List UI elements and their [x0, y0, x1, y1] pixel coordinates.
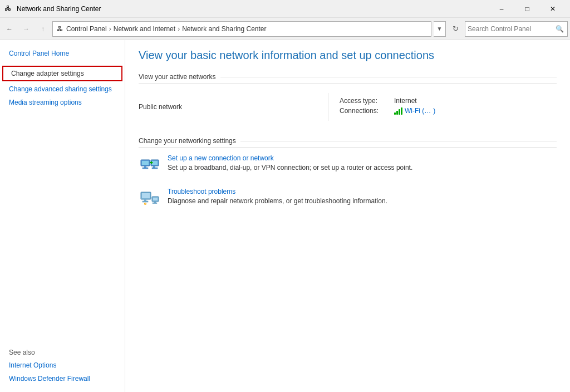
- content-area: View your basic network information and …: [125, 40, 570, 392]
- networking-settings-header: Change your networking settings: [139, 137, 557, 148]
- access-type-label: Access type:: [340, 97, 390, 105]
- sidebar-item-windows-firewall[interactable]: Windows Defender Firewall: [0, 372, 125, 385]
- refresh-button[interactable]: ↻: [448, 22, 463, 36]
- settings-item-new-connection: Set up a new connection or network Set u…: [139, 154, 557, 177]
- network-name: Public network: [139, 99, 328, 115]
- breadcrumb-control-panel[interactable]: Control Panel: [66, 25, 107, 33]
- access-type-value: Internet: [394, 97, 417, 105]
- new-connection-text: Set up a new connection or network Set u…: [168, 154, 412, 173]
- page-title: View your basic network information and …: [139, 49, 557, 62]
- search-input[interactable]: [468, 25, 554, 33]
- address-dropdown[interactable]: ▼: [434, 21, 446, 37]
- address-icon: 🖧: [56, 25, 63, 33]
- sidebar-item-change-adapter[interactable]: Change adapter settings: [2, 66, 122, 81]
- up-button[interactable]: ↑: [36, 22, 50, 36]
- minimize-button[interactable]: –: [489, 0, 514, 18]
- breadcrumb-network-internet[interactable]: Network and Internet: [114, 25, 175, 33]
- sidebar: Control Panel Home Change adapter settin…: [0, 40, 125, 392]
- search-box: 🔍: [465, 21, 568, 37]
- settings-item-troubleshoot: ! Troubleshoot problems Diagnose and rep…: [139, 188, 557, 210]
- addressbar: ← → ↑ 🖧 Control Panel › Network and Inte…: [0, 18, 570, 40]
- wifi-icon: [394, 107, 402, 115]
- back-button[interactable]: ←: [2, 22, 17, 36]
- titlebar: 🖧 Network and Sharing Center – □ ✕: [0, 0, 570, 18]
- active-networks: Public network Access type: Internet Con…: [139, 90, 557, 124]
- address-path: 🖧 Control Panel › Network and Internet ›…: [52, 21, 431, 37]
- window-icon: 🖧: [4, 4, 13, 13]
- maximize-button[interactable]: □: [514, 0, 540, 18]
- new-connection-icon: [139, 154, 161, 177]
- troubleshoot-icon: !: [139, 188, 161, 210]
- svg-rect-13: [142, 201, 148, 202]
- svg-rect-1: [142, 161, 149, 165]
- access-type-row: Access type: Internet: [340, 97, 435, 105]
- window-title: Network and Sharing Center: [17, 5, 489, 13]
- sidebar-item-internet-options[interactable]: Internet Options: [0, 359, 125, 372]
- window-controls: – □ ✕: [489, 0, 566, 18]
- wifi-name: Wi-Fi (…: [405, 107, 431, 115]
- breadcrumb-current: Network and Sharing Center: [182, 25, 266, 33]
- wifi-suffix: ): [433, 107, 435, 115]
- new-connection-desc: Set up a broadband, dial-up, or VPN conn…: [168, 164, 412, 171]
- sidebar-item-home[interactable]: Control Panel Home: [0, 47, 125, 60]
- sidebar-item-media-streaming[interactable]: Media streaming options: [0, 96, 125, 109]
- svg-rect-15: [153, 198, 158, 200]
- svg-rect-12: [144, 199, 146, 201]
- svg-rect-17: [153, 203, 157, 204]
- network-divider: [328, 93, 328, 121]
- sidebar-item-change-advanced[interactable]: Change advanced sharing settings: [0, 82, 125, 96]
- network-info: Access type: Internet Connections: Wi-Fi…: [340, 97, 435, 117]
- search-icon[interactable]: 🔍: [554, 23, 565, 35]
- new-connection-link[interactable]: Set up a new connection or network: [168, 154, 412, 162]
- troubleshoot-text: Troubleshoot problems Diagnose and repai…: [168, 188, 387, 206]
- active-networks-header: View your active networks: [139, 73, 557, 84]
- svg-rect-7: [152, 168, 158, 169]
- troubleshoot-desc: Diagnose and repair network problems, or…: [168, 197, 387, 205]
- see-also-label: See also: [0, 346, 125, 359]
- connections-label: Connections:: [340, 107, 390, 115]
- connections-row: Connections: Wi-Fi (… ): [340, 107, 435, 115]
- settings-section: Set up a new connection or network Set u…: [139, 154, 557, 210]
- svg-rect-2: [144, 166, 146, 168]
- svg-rect-5: [152, 161, 158, 165]
- forward-button[interactable]: →: [19, 22, 33, 36]
- svg-text:!: !: [145, 203, 146, 205]
- close-button[interactable]: ✕: [540, 0, 566, 18]
- svg-rect-6: [153, 166, 155, 168]
- svg-rect-16: [154, 202, 156, 203]
- troubleshoot-link[interactable]: Troubleshoot problems: [168, 188, 387, 195]
- main-window: Control Panel Home Change adapter settin…: [0, 40, 570, 392]
- svg-rect-3: [142, 168, 148, 169]
- svg-rect-11: [142, 193, 150, 198]
- wifi-link[interactable]: Wi-Fi (… ): [394, 107, 435, 115]
